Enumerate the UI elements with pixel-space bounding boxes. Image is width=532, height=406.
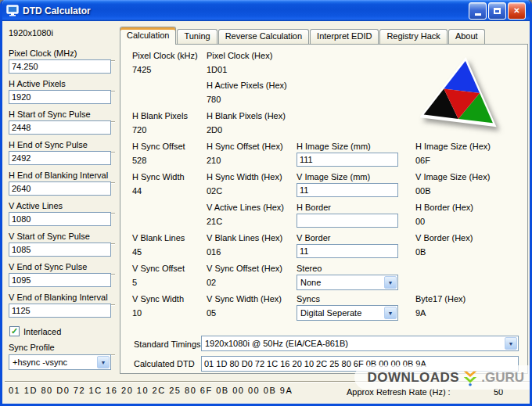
h-sync-width-hex-label: H Sync Width (Hex): [207, 172, 282, 181]
syncs-value: Digital Seperate: [300, 308, 361, 318]
h-image-mm-input[interactable]: [297, 153, 398, 167]
v-start-sync-input[interactable]: [9, 243, 111, 257]
status-dtd-text: 01 1D 80 D0 72 1C 16 20 10 2C 25 80 6F 0…: [9, 386, 293, 395]
h-sync-offset-value: 528: [132, 156, 146, 165]
pixel-clock-mhz-input[interactable]: [9, 59, 111, 74]
v-border-hex-value: 0B: [415, 247, 426, 257]
sync-profile-label: Sync Profile: [9, 343, 115, 355]
app-icon: [6, 5, 19, 16]
v-blank-label: V Blank Lines: [132, 233, 185, 243]
v-sync-width-hex-value: 05: [207, 308, 216, 318]
interlaced-checkbox[interactable]: ✓: [9, 326, 20, 336]
v-active-hex-value: 21C: [207, 217, 222, 226]
downloads-guru-watermark: DOWNLOADS .GURU: [354, 365, 532, 390]
chevron-down-icon[interactable]: ▼: [97, 356, 110, 368]
close-icon: ✕: [513, 6, 519, 15]
maximize-button[interactable]: [488, 2, 506, 20]
h-image-mm-label: H Image Size (mm): [297, 142, 371, 151]
v-image-hex-value: 00B: [415, 186, 431, 196]
calculated-dtd-label: Calculated DTD: [134, 359, 195, 368]
standard-timings-value: 1920x1080i @ 50Hz (EIA/CEA-861B): [205, 339, 348, 348]
watermark-tld: .GURU: [481, 370, 524, 386]
pixel-clock-hex-value: 1D01: [207, 65, 227, 74]
tab-registry-hack[interactable]: Registry Hack: [379, 29, 447, 44]
h-blank-value: 720: [132, 125, 146, 135]
tab-tuning[interactable]: Tuning: [177, 29, 217, 44]
close-button[interactable]: ✕: [508, 2, 526, 20]
h-image-hex-label: H Image Size (Hex): [415, 142, 491, 151]
h-blank-hex-label: H Blank Pixels (Hex): [207, 111, 286, 120]
dtd-triangle-logo: [420, 52, 503, 132]
tab-about[interactable]: About: [448, 29, 485, 44]
tab-calculation[interactable]: Calculation: [120, 27, 176, 45]
h-end-sync-input[interactable]: [9, 151, 111, 165]
v-active-lines-input[interactable]: [9, 212, 111, 226]
chevron-down-icon[interactable]: ▼: [384, 307, 397, 319]
v-sync-width-hex-label: V Sync Width (Hex): [207, 294, 282, 304]
h-sync-offset-label: H Sync Offset: [132, 142, 185, 151]
stereo-select[interactable]: None ▼: [297, 275, 398, 290]
h-blank-label: H Blank Pixels: [132, 111, 188, 120]
syncs-select[interactable]: Digital Seperate ▼: [297, 305, 398, 321]
chevron-down-icon[interactable]: ▼: [384, 276, 397, 289]
h-blank-hex-value: 2D0: [207, 125, 222, 135]
pixel-clock-khz-value: 7425: [132, 65, 151, 74]
h-border-hex-value: 00: [415, 217, 425, 226]
v-end-blanking-input[interactable]: [9, 304, 111, 318]
v-active-hex-label: V Active Lines (Hex): [207, 203, 284, 212]
v-blank-value: 45: [132, 247, 142, 257]
watermark-name: DOWNLOADS: [367, 370, 459, 386]
h-border-input[interactable]: [297, 214, 398, 228]
v-end-sync-input[interactable]: [9, 273, 111, 287]
tab-interpret-edid[interactable]: Interpret EDID: [310, 29, 379, 44]
h-sync-width-value: 44: [132, 186, 142, 196]
stereo-label: Stereo: [297, 264, 322, 273]
stereo-value: None: [300, 278, 321, 287]
v-sync-width-value: 10: [132, 308, 142, 318]
h-sync-offset-hex-value: 210: [207, 156, 221, 165]
byte17-hex-value: 9A: [415, 308, 426, 318]
h-sync-width-label: H Sync Width: [132, 172, 185, 181]
v-image-mm-label: V Image Size (mm): [297, 172, 370, 181]
h-active-pixels-input[interactable]: [9, 90, 111, 104]
h-sync-offset-hex-label: H Sync Offset (Hex): [207, 142, 283, 151]
download-arrow-icon: [462, 369, 479, 386]
titlebar[interactable]: DTD Calculator ✕: [2, 0, 530, 21]
standard-timings-label: Standard Timings: [134, 340, 201, 349]
chevron-down-icon[interactable]: ▼: [505, 337, 517, 350]
v-border-hex-label: V Border (Hex): [415, 233, 473, 243]
v-image-hex-label: V Image Size (Hex): [415, 172, 490, 181]
h-sync-width-hex-value: 02C: [207, 186, 222, 196]
resolution-label: 1920x1080i: [9, 28, 53, 38]
h-end-blanking-input[interactable]: [9, 181, 111, 196]
minimize-icon: [475, 13, 481, 16]
v-sync-offset-label: V Sync Offset: [132, 264, 185, 273]
maximize-icon: [494, 8, 501, 14]
h-active-hex-label: H Active Pixels (Hex): [207, 81, 287, 90]
h-active-hex-value: 780: [207, 95, 221, 104]
v-border-input[interactable]: [297, 244, 398, 258]
minimize-button[interactable]: [469, 2, 487, 20]
pixel-clock-hex-label: Pixel Clock (Hex): [207, 51, 272, 60]
byte17-hex-label: Byte17 (Hex): [415, 294, 466, 304]
standard-timings-select[interactable]: 1920x1080i @ 50Hz (EIA/CEA-861B) ▼: [201, 336, 519, 351]
calculation-panel: Pixel Clock (kHz) 7425 H Blank Pixels 72…: [120, 44, 528, 374]
pixel-clock-khz-label: Pixel Clock (kHz): [132, 51, 198, 60]
h-image-hex-value: 06F: [415, 156, 430, 165]
v-blank-hex-value: 016: [207, 247, 221, 257]
window-title: DTD Calculator: [23, 5, 467, 16]
v-sync-offset-value: 5: [132, 278, 137, 287]
interlaced-checkbox-row[interactable]: ✓ Interlaced: [9, 326, 61, 336]
v-border-label: V Border: [297, 233, 330, 243]
h-border-hex-label: H Border (Hex): [415, 203, 473, 212]
tab-bar: Calculation Tuning Reverse Calculation I…: [120, 27, 486, 44]
interlaced-label: Interlaced: [23, 327, 61, 336]
client-area: 1920x1080i Pixel Clock (MHz) H Active Pi…: [5, 21, 532, 404]
v-image-mm-input[interactable]: [297, 183, 398, 197]
h-start-sync-input[interactable]: [9, 120, 111, 135]
sync-profile-select[interactable]: +hsync -vsync ▼: [9, 354, 111, 370]
v-sync-offset-hex-value: 02: [207, 278, 216, 287]
h-border-label: H Border: [297, 203, 331, 212]
tab-reverse-calculation[interactable]: Reverse Calculation: [218, 29, 309, 44]
dtd-calculator-window: DTD Calculator ✕ 1920x1080i Pixel Clock …: [0, 0, 532, 406]
